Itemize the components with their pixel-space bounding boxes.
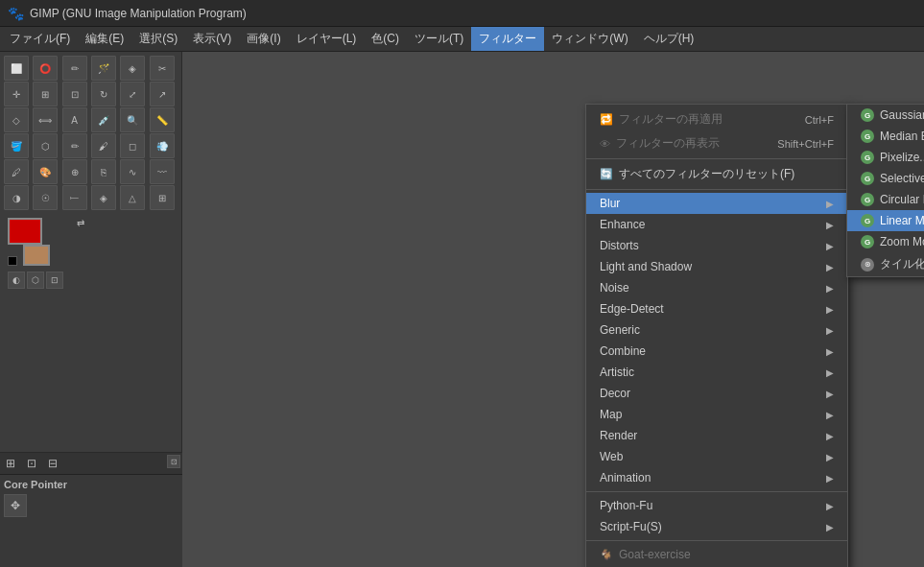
- tool-extra1[interactable]: ◈: [91, 185, 116, 210]
- tool-fuzzy-select[interactable]: 🪄: [91, 56, 116, 81]
- tool-color-picker[interactable]: 💉: [91, 107, 116, 132]
- filters-enhance[interactable]: Enhance ▶: [586, 214, 847, 235]
- noise-arrow: ▶: [826, 283, 834, 294]
- animation-arrow: ▶: [826, 473, 834, 484]
- bottom-tab-tool-options[interactable]: ⊞: [0, 453, 21, 474]
- tool-select-by-color[interactable]: ◈: [120, 56, 145, 81]
- tool-rotate[interactable]: ↻: [91, 82, 116, 106]
- foreground-color[interactable]: [8, 218, 42, 245]
- blur-submenu: G Gaussian Blur... G Median Blur... G Pi…: [846, 104, 924, 277]
- filters-generic[interactable]: Generic ▶: [586, 319, 847, 341]
- tool-paintbrush[interactable]: 🖌: [91, 133, 116, 158]
- tool-airbrush[interactable]: 💨: [150, 133, 175, 158]
- tool-blend[interactable]: ⬡: [33, 133, 58, 158]
- filters-combine[interactable]: Combine ▶: [586, 341, 847, 362]
- filters-section-goat: 🐐 Goat-exercise: [586, 541, 847, 567]
- menu-tools[interactable]: ツール(T): [407, 27, 471, 51]
- decor-arrow: ▶: [826, 389, 834, 399]
- app-icon: 🐾: [8, 6, 24, 21]
- filters-decor[interactable]: Decor ▶: [586, 383, 847, 404]
- tool-extra3[interactable]: ⊞: [150, 185, 175, 210]
- tool-desaturate[interactable]: ☉: [33, 185, 58, 210]
- swap-colors-icon[interactable]: ⇄: [77, 218, 84, 228]
- blur-zoom-motion[interactable]: G Zoom Motion Blur...: [847, 231, 924, 252]
- menu-edit[interactable]: 編集(E): [78, 27, 131, 51]
- tool-eraser[interactable]: ◻: [120, 133, 145, 158]
- bottom-tab-device-status[interactable]: ⊡: [21, 453, 42, 474]
- reset-colors-icon[interactable]: [8, 256, 17, 266]
- tool-move[interactable]: ✛: [4, 82, 29, 106]
- menu-filters[interactable]: フィルター: [471, 27, 544, 51]
- menu-layer[interactable]: レイヤー(L): [289, 27, 365, 51]
- blur-circular-motion[interactable]: G Circular Motion Blur...: [847, 189, 924, 210]
- blur-selective-gaussian[interactable]: G Selective Gaussian Blur...: [847, 168, 924, 189]
- tool-dodge-burn[interactable]: ◑: [4, 185, 29, 210]
- filters-map[interactable]: Map ▶: [586, 404, 847, 425]
- tool-text[interactable]: A: [62, 107, 87, 132]
- filters-python-fu[interactable]: Python-Fu ▶: [586, 495, 847, 516]
- menu-select[interactable]: 選択(S): [131, 27, 185, 51]
- tool-extra2[interactable]: △: [120, 185, 145, 210]
- tool-pencil[interactable]: ✏: [62, 133, 87, 158]
- tool-ellipse-select[interactable]: ⭕: [33, 56, 58, 81]
- blur-median[interactable]: G Median Blur...: [847, 126, 924, 147]
- tool-shear[interactable]: ↗: [150, 82, 175, 106]
- pointer-device-icon: ✥: [4, 494, 27, 517]
- filters-distorts[interactable]: Distorts ▶: [586, 235, 847, 256]
- menu-colors[interactable]: 色(C): [364, 27, 407, 51]
- panel-expand-btn[interactable]: ⊡: [167, 455, 180, 468]
- filters-reshown[interactable]: 👁 フィルターの再表示 Shift+Ctrl+F: [586, 131, 847, 155]
- titlebar: 🐾 GIMP (GNU Image Manipulation Program): [0, 0, 924, 27]
- filters-animation[interactable]: Animation ▶: [586, 467, 847, 488]
- blur-linear-motion[interactable]: G Linear Motion Blur...: [847, 210, 924, 231]
- tool-rect-select[interactable]: ⬜: [4, 56, 29, 81]
- filters-reapply[interactable]: 🔁 フィルターの再適用 Ctrl+F: [586, 107, 847, 131]
- filters-light-shadow[interactable]: Light and Shadow ▶: [586, 256, 847, 277]
- tool-free-select[interactable]: ✏: [62, 56, 87, 81]
- blur-gaussian[interactable]: G Gaussian Blur...: [847, 105, 924, 126]
- generic-arrow: ▶: [826, 325, 834, 336]
- filters-edge-detect[interactable]: Edge-Detect ▶: [586, 298, 847, 319]
- tool-scissors[interactable]: ✂: [150, 56, 175, 81]
- tool-heal[interactable]: ⊕: [62, 159, 87, 184]
- menu-windows[interactable]: ウィンドウ(W): [544, 27, 635, 51]
- tool-bucket-fill[interactable]: 🪣: [4, 133, 29, 158]
- filters-blur[interactable]: Blur ▶: [586, 193, 847, 214]
- artistic-arrow: ▶: [826, 367, 834, 378]
- map-arrow: ▶: [826, 410, 834, 420]
- filters-goat[interactable]: 🐐 Goat-exercise: [586, 544, 847, 565]
- tool-path[interactable]: ⟝: [62, 185, 87, 210]
- tool-measure[interactable]: 📏: [150, 107, 175, 132]
- blur-tileable[interactable]: ⊛ タイル化可能ぼかし(T)...: [847, 252, 924, 276]
- quick-mask-icon[interactable]: ◐: [8, 272, 25, 289]
- reshown-icon: 👁: [600, 138, 610, 150]
- tool-crop[interactable]: ⊡: [62, 82, 87, 106]
- tool-mypaint[interactable]: 🎨: [33, 159, 58, 184]
- tool-perspective[interactable]: ◇: [4, 107, 29, 132]
- menu-file[interactable]: ファイル(F): [2, 27, 78, 51]
- tool-magnify[interactable]: 🔍: [120, 107, 145, 132]
- tool-align[interactable]: ⊞: [33, 82, 58, 106]
- filters-section-scripts: Python-Fu ▶ Script-Fu(S) ▶: [586, 492, 847, 541]
- filters-noise[interactable]: Noise ▶: [586, 277, 847, 298]
- blur-pixelize[interactable]: G Pixelize...: [847, 147, 924, 168]
- view-mode-icon[interactable]: ⊡: [46, 272, 63, 289]
- menu-image[interactable]: 画像(I): [239, 27, 288, 51]
- menu-help[interactable]: ヘルプ(H): [636, 27, 702, 51]
- tool-smudge[interactable]: 〰: [150, 159, 175, 184]
- filters-reset[interactable]: 🔄 すべてのフィルターのリセット(F): [586, 162, 847, 186]
- tool-scale[interactable]: ⤢: [120, 82, 145, 106]
- bottom-tab-pointer[interactable]: ⊟: [42, 453, 63, 474]
- background-color[interactable]: [23, 245, 50, 266]
- filters-artistic[interactable]: Artistic ▶: [586, 362, 847, 383]
- gaussian-blur-icon: G: [861, 108, 874, 122]
- tool-convolve[interactable]: ∿: [120, 159, 145, 184]
- filters-web[interactable]: Web ▶: [586, 446, 847, 467]
- menu-view[interactable]: 表示(V): [185, 27, 239, 51]
- tool-flip[interactable]: ⟺: [33, 107, 58, 132]
- filters-render[interactable]: Render ▶: [586, 425, 847, 446]
- tool-ink[interactable]: 🖊: [4, 159, 29, 184]
- edit-in-image-icon[interactable]: ⬡: [27, 272, 44, 289]
- tool-clone[interactable]: ⎘: [91, 159, 116, 184]
- filters-script-fu[interactable]: Script-Fu(S) ▶: [586, 516, 847, 537]
